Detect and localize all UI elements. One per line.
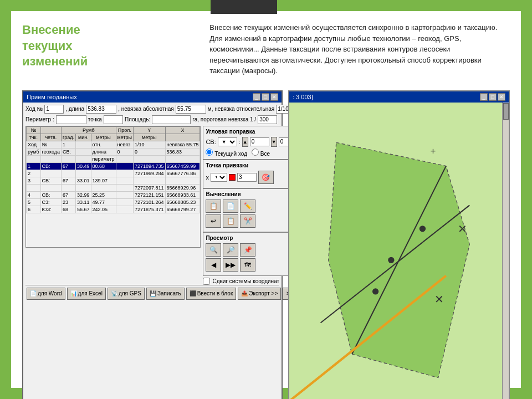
radio-current[interactable]: Текущий ход bbox=[206, 149, 247, 157]
cell: 1 bbox=[27, 162, 41, 170]
dlina-input[interactable] bbox=[86, 105, 116, 114]
gps-button[interactable]: 📡 для GPS bbox=[108, 288, 145, 300]
cell: 5 bbox=[27, 198, 41, 206]
dialog-title: Прием геоданных bbox=[27, 94, 77, 100]
svg-point-7 bbox=[372, 288, 378, 294]
anchor-icon-btn[interactable]: 🎯 bbox=[258, 171, 274, 184]
insert-block-button[interactable]: ⬛ Ввести в блок bbox=[186, 288, 237, 300]
cell: длина bbox=[91, 148, 116, 155]
porogovaya-input[interactable] bbox=[258, 115, 277, 124]
cell bbox=[116, 170, 134, 177]
subh-metry4 bbox=[165, 134, 200, 141]
x-select[interactable]: ▼ bbox=[211, 173, 227, 182]
col-rumb: Румб bbox=[62, 126, 116, 134]
calculations-panel: Вычисления 📋 📄 ✏️ ↩ 📋 ✂️ bbox=[203, 188, 289, 232]
subh-tchk: тчк. bbox=[27, 134, 41, 141]
cell bbox=[40, 170, 61, 177]
radio-all-input[interactable] bbox=[252, 149, 259, 156]
preview-btn-2[interactable]: 🔎 bbox=[223, 243, 238, 257]
ploshad-input[interactable] bbox=[152, 115, 191, 124]
calc-btn-6[interactable]: ✂️ bbox=[240, 214, 255, 228]
data-table: № Румб Прол. Y X тчк. bbox=[26, 126, 200, 213]
red-square-icon bbox=[229, 174, 236, 181]
calc-btn-3[interactable]: ✏️ bbox=[240, 200, 255, 213]
shift-checkbox[interactable] bbox=[203, 278, 210, 285]
cell: 4 bbox=[27, 191, 41, 198]
save-button[interactable]: 💾 Записать bbox=[146, 288, 185, 300]
table-row[interactable]: 4 СВ: 67 32.99 25.25 7272121.151 6566893… bbox=[27, 191, 200, 198]
table-row[interactable]: 5 С3: 23 33.11 49.77 7272101.264 6566888… bbox=[27, 198, 200, 206]
map-close[interactable]: ✕ bbox=[498, 93, 505, 101]
preview-btn-6[interactable]: 🗺 bbox=[240, 258, 255, 272]
cell: 7272101.264 bbox=[134, 198, 166, 206]
top-dark-bar bbox=[211, 0, 277, 14]
colon: : bbox=[239, 139, 241, 145]
cell: 7271875.371 bbox=[134, 206, 166, 213]
table-row[interactable]: 2 7271969.284 65667776.86 bbox=[27, 170, 200, 177]
col-num: № bbox=[27, 126, 41, 134]
cb-label: СВ: bbox=[206, 139, 216, 145]
cell: СВ: bbox=[40, 162, 61, 170]
excel-icon: 📊 bbox=[70, 290, 77, 296]
radio-all[interactable]: Все bbox=[252, 149, 270, 157]
preview-btn-3[interactable]: 📌 bbox=[240, 243, 255, 257]
m-label: м, невязка относительная bbox=[208, 106, 274, 112]
perimetr-input[interactable] bbox=[56, 115, 86, 124]
preview-row-1: 🔍 🔎 📌 bbox=[206, 243, 286, 257]
cell bbox=[91, 170, 116, 177]
cell bbox=[116, 155, 134, 162]
radio-current-input[interactable] bbox=[206, 149, 213, 156]
close-button[interactable]: ✕ bbox=[270, 93, 278, 101]
preview-btn-1[interactable]: 🔍 bbox=[206, 243, 221, 257]
angle-val1[interactable] bbox=[250, 137, 269, 146]
preview-btn-4[interactable]: ◀ bbox=[206, 258, 221, 272]
maximize-button[interactable]: □ bbox=[262, 93, 269, 101]
hod-input[interactable] bbox=[44, 105, 64, 114]
cell: 242.05 bbox=[91, 206, 116, 213]
map-maximize[interactable]: □ bbox=[489, 93, 497, 101]
table-row[interactable]: 7272097.811 65668929.96 bbox=[27, 184, 200, 191]
calc-btn-1[interactable]: 📋 bbox=[206, 200, 221, 213]
cell: 65667459.99 bbox=[165, 162, 200, 170]
cell bbox=[76, 184, 91, 191]
table-row[interactable]: 3 СВ: 67 33.01 139.07 bbox=[27, 177, 200, 184]
description-text: Внесение текущих изменений осуществляетс… bbox=[209, 22, 510, 76]
cell bbox=[62, 184, 76, 191]
down-btn[interactable]: ▼ bbox=[271, 137, 277, 147]
word-icon: 📄 bbox=[30, 290, 37, 296]
table-row[interactable]: 1 СВ: 67 30.49 80.68 7271894.735 6566745… bbox=[27, 162, 200, 170]
word-button[interactable]: 📄 для Word bbox=[27, 288, 65, 300]
subh-chetv: четв. bbox=[40, 134, 61, 141]
calc-btn-5[interactable]: 📋 bbox=[223, 214, 238, 228]
cell: 65668933.61 bbox=[165, 191, 200, 198]
preview-btn-5[interactable]: ▶▶ bbox=[223, 258, 238, 272]
cell: периметр bbox=[91, 155, 116, 162]
table-row[interactable]: румб геохода СВ: длина 0 0 536.83 bbox=[27, 148, 200, 155]
excel-button[interactable]: 📊 для Excel bbox=[67, 288, 106, 300]
up-btn[interactable]: ▲ bbox=[242, 137, 248, 147]
cell: 7272097.811 bbox=[134, 184, 166, 191]
subh-metry3: метры bbox=[134, 134, 166, 141]
preview-row-2: ◀ ▶▶ 🗺 bbox=[206, 258, 286, 272]
cell: 65668885.23 bbox=[165, 198, 200, 206]
cell: 56.67 bbox=[76, 206, 91, 213]
svg-point-6 bbox=[420, 226, 426, 232]
form-row-2: Периметр : точка Площадь: га, пороговая … bbox=[25, 115, 279, 124]
calc-btn-4[interactable]: ↩ bbox=[206, 214, 221, 228]
table-row[interactable]: Ход № 1 отн. невяз 1/10 невязка 55.75 bbox=[27, 141, 200, 148]
cell bbox=[91, 184, 116, 191]
anchor-num[interactable] bbox=[237, 173, 257, 182]
cb-select[interactable]: ▼ bbox=[218, 137, 237, 146]
cell: № bbox=[40, 141, 61, 148]
tochka-input[interactable] bbox=[104, 115, 123, 124]
map-scrollbar[interactable] bbox=[502, 103, 509, 400]
map-minimize[interactable]: _ bbox=[480, 93, 488, 101]
table-scroll-area[interactable]: № Румб Прол. Y X тчк. bbox=[25, 126, 201, 248]
calc-btn-2[interactable]: 📄 bbox=[223, 200, 238, 213]
nevyazka-abs-input[interactable] bbox=[176, 105, 206, 114]
table-row[interactable]: периметр bbox=[27, 155, 200, 162]
save-label: Записать bbox=[157, 290, 181, 296]
export-button[interactable]: 📤 Экспорт >> bbox=[238, 288, 281, 300]
minimize-button[interactable]: _ bbox=[253, 93, 260, 101]
table-row[interactable]: 6 ЮЗ: 68 56.67 242.05 7271875.371 656687… bbox=[27, 206, 200, 213]
